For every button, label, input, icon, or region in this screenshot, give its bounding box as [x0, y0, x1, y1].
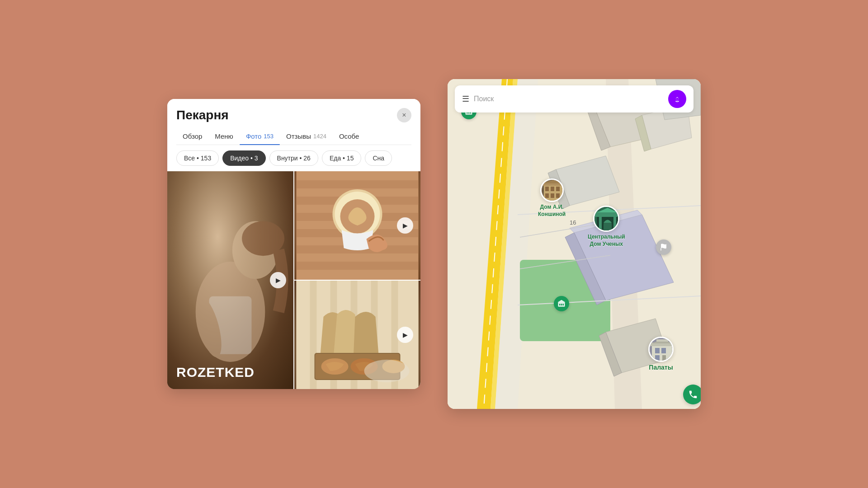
svg-rect-83: [655, 355, 660, 362]
watermark: ROZETKED: [176, 365, 255, 380]
filter-row: Все • 153 Видео • 3 Внутри • 26 Еда • 15…: [167, 145, 420, 171]
photo-coffee[interactable]: ▶: [294, 171, 420, 280]
label-centralny-dom: ЦентральныйДом Ученых: [588, 234, 625, 248]
map-header: ☰ Поиск: [448, 79, 701, 119]
map-view[interactable]: 16: [448, 79, 701, 409]
svg-rect-61: [563, 304, 564, 305]
close-button[interactable]: ×: [397, 108, 411, 122]
svg-rect-64: [545, 187, 549, 191]
svg-point-27: [364, 360, 410, 382]
map-number-16: 16: [570, 219, 576, 226]
tab-overview[interactable]: Обзор: [176, 128, 208, 145]
card-title: Пекарня: [176, 108, 229, 122]
svg-rect-11: [297, 262, 419, 270]
svg-rect-66: [556, 187, 560, 191]
svg-marker-71: [542, 180, 564, 183]
svg-rect-65: [551, 187, 554, 191]
svg-rect-87: [656, 339, 668, 342]
svg-point-89: [676, 98, 679, 100]
svg-rect-82: [661, 348, 666, 353]
tab-menu[interactable]: Меню: [208, 128, 240, 145]
svg-rect-67: [545, 193, 549, 198]
play-button-bread[interactable]: ▶: [397, 327, 413, 343]
photos-grid: ▶: [167, 171, 420, 389]
phone-button[interactable]: [683, 385, 701, 404]
alice-button[interactable]: [668, 90, 686, 108]
tab-special[interactable]: Особе: [333, 128, 365, 145]
svg-rect-84: [662, 355, 666, 362]
svg-rect-81: [655, 348, 660, 353]
search-placeholder[interactable]: Поиск: [474, 95, 664, 103]
svg-rect-59: [559, 304, 561, 305]
map-search-bar[interactable]: ☰ Поиск: [455, 85, 693, 113]
photo-bread[interactable]: ▶: [294, 281, 420, 389]
right-panel: 16: [448, 79, 701, 409]
marker-dom-konshinoy[interactable]: Дом А.И.Коншиной: [538, 178, 566, 218]
reviews-badge: 1424: [313, 133, 326, 140]
play-button-coffee[interactable]: ▶: [397, 217, 413, 234]
filter-video[interactable]: Видео • 3: [222, 150, 265, 166]
photo-barista[interactable]: ▶: [167, 171, 293, 389]
filter-all[interactable]: Все • 153: [176, 150, 219, 166]
svg-rect-6: [297, 180, 419, 188]
tabs-row: Обзор Меню Фото 153 Отзывы 1424 Особе: [176, 128, 411, 145]
svg-rect-60: [561, 304, 562, 305]
label-dom-konshinoy: Дом А.И.Коншиной: [538, 204, 566, 218]
play-button-barista[interactable]: ▶: [270, 272, 286, 288]
left-panel: Пекарня × Обзор Меню Фото 153 Отзывы 142…: [167, 99, 420, 389]
tab-reviews[interactable]: Отзывы 1424: [280, 128, 333, 145]
photos-badge: 153: [264, 133, 274, 140]
card-title-row: Пекарня ×: [176, 108, 411, 122]
filter-other[interactable]: Сна: [365, 150, 392, 166]
filter-inside[interactable]: Внутри • 26: [269, 150, 318, 166]
card-header: Пекарня × Обзор Меню Фото 153 Отзывы 142…: [167, 99, 420, 145]
tab-photos[interactable]: Фото 153: [240, 128, 280, 145]
flag-marker[interactable]: [656, 239, 671, 255]
museum-icon-middle[interactable]: [554, 296, 569, 311]
svg-marker-58: [558, 300, 566, 302]
label-palaty: Палаты: [649, 364, 673, 371]
svg-rect-69: [556, 193, 560, 198]
main-container: Пекарня × Обзор Меню Фото 153 Отзывы 142…: [0, 0, 868, 488]
svg-rect-76: [613, 216, 616, 232]
hamburger-icon[interactable]: ☰: [462, 94, 469, 104]
svg-rect-75: [599, 216, 602, 232]
marker-palaty[interactable]: Палаты: [648, 337, 674, 371]
filter-food[interactable]: Еда • 15: [322, 150, 362, 166]
svg-rect-68: [551, 193, 554, 198]
marker-centralny-dom[interactable]: ЦентральныйДом Ученых: [588, 206, 625, 248]
